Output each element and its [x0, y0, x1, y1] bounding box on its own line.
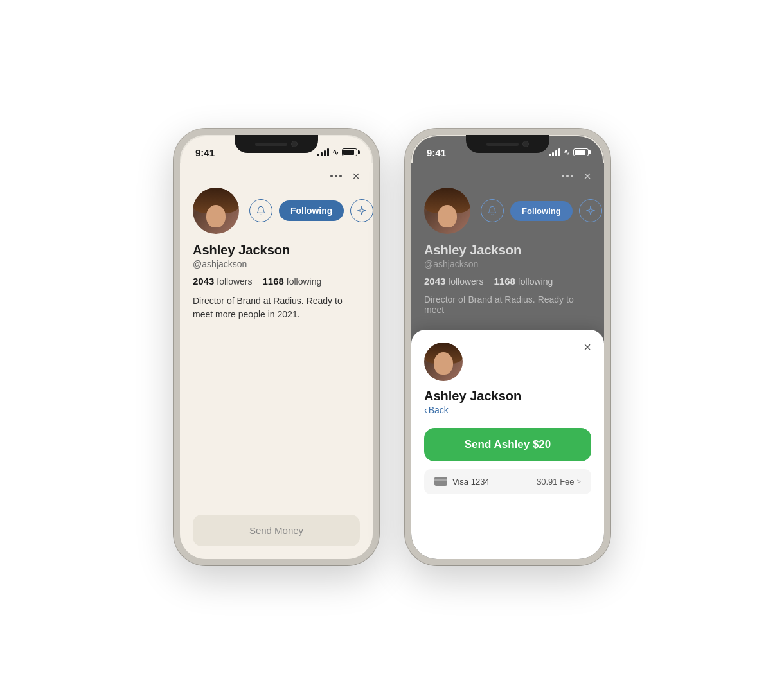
avatar-1: [193, 188, 239, 234]
notch-2: [466, 135, 549, 153]
signal-icon-2: [549, 148, 560, 156]
back-label: Back: [429, 405, 449, 415]
card-label: Visa 1234: [452, 477, 490, 486]
more-options-button-2[interactable]: [562, 175, 573, 177]
profile-header-1: Following: [180, 188, 373, 234]
battery-icon-2: [573, 148, 589, 156]
profile-handle-1: @ashjackson: [193, 259, 360, 269]
profile-name-1: Ashley Jackson: [193, 243, 360, 258]
sparkle-icon-2: [585, 206, 596, 216]
background-profile: × Following: [411, 163, 604, 315]
sparkle-icon-1: [357, 206, 367, 216]
profile-info-2: Ashley Jackson @ashjackson 2043 follower…: [411, 243, 604, 315]
followers-stat-1: 2043 followers: [193, 276, 253, 287]
following-stat-2: 1168 following: [494, 276, 553, 287]
payment-modal: × Ashley Jackson ‹ Back Send Ashley $20 …: [411, 330, 604, 559]
send-money-button-1[interactable]: Send Money: [193, 515, 360, 546]
fee-label: $0.91 Fee: [537, 477, 575, 486]
bell-icon-1: [256, 206, 266, 216]
speaker-2: [486, 143, 519, 146]
notch-1: [235, 135, 318, 153]
notification-button-2[interactable]: [481, 199, 504, 222]
modal-avatar: [424, 343, 463, 381]
profile-handle-2: @ashjackson: [424, 259, 591, 269]
add-button-1[interactable]: [350, 199, 373, 222]
profile-header-2: Following: [411, 188, 604, 234]
speaker-1: [255, 143, 287, 146]
profile-screen-2: × Following: [411, 163, 604, 559]
phone-2: 9:41 ∿ ×: [405, 129, 610, 565]
close-button-1[interactable]: ×: [352, 170, 360, 182]
chevron-right-icon: >: [577, 477, 581, 485]
wifi-icon-1: ∿: [332, 148, 339, 157]
status-time-1: 9:41: [195, 147, 215, 158]
top-actions-1: ×: [180, 170, 373, 182]
more-options-button-1[interactable]: [330, 175, 342, 177]
camera-1: [291, 141, 298, 147]
phone-1: 9:41 ∿ ×: [174, 129, 379, 565]
card-icon: [434, 477, 447, 486]
following-button-2[interactable]: Following: [510, 201, 573, 221]
payment-info[interactable]: Visa 1234 $0.91 Fee >: [424, 469, 591, 494]
send-money-button-2[interactable]: Send Ashley $20: [424, 428, 591, 461]
back-link[interactable]: ‹ Back: [424, 405, 591, 415]
action-buttons-1: Following: [249, 199, 373, 222]
profile-screen-1: × Following: [180, 163, 373, 559]
profile-bio-2: Director of Brand at Radius. Ready to me…: [424, 294, 591, 315]
bell-icon-2: [487, 206, 497, 216]
notification-button-1[interactable]: [249, 199, 272, 222]
profile-info-1: Ashley Jackson @ashjackson 2043 follower…: [180, 243, 373, 321]
profile-name-2: Ashley Jackson: [424, 243, 591, 258]
action-buttons-2: Following: [481, 199, 602, 222]
add-button-2[interactable]: [579, 199, 602, 222]
signal-icon-1: [317, 148, 329, 156]
following-button-1[interactable]: Following: [279, 200, 344, 221]
following-stat-1: 1168 following: [263, 276, 322, 287]
wifi-icon-2: ∿: [564, 148, 570, 157]
modal-close-button[interactable]: ×: [584, 340, 591, 355]
followers-stat-2: 2043 followers: [424, 276, 484, 287]
modal-name: Ashley Jackson: [424, 389, 591, 404]
battery-icon-1: [342, 148, 357, 156]
status-icons-2: ∿: [549, 148, 589, 157]
profile-bio-1: Director of Brand at Radius. Ready to me…: [193, 294, 360, 321]
payment-right: $0.91 Fee >: [537, 477, 581, 486]
profile-stats-2: 2043 followers 1168 following: [424, 276, 591, 287]
top-actions-2: ×: [411, 170, 604, 182]
profile-stats-1: 2043 followers 1168 following: [193, 276, 360, 287]
payment-left: Visa 1234: [434, 477, 490, 486]
status-icons-1: ∿: [317, 148, 357, 157]
status-time-2: 9:41: [427, 147, 446, 158]
avatar-2: [424, 188, 470, 234]
camera-2: [522, 141, 529, 147]
close-button-2[interactable]: ×: [584, 170, 591, 182]
